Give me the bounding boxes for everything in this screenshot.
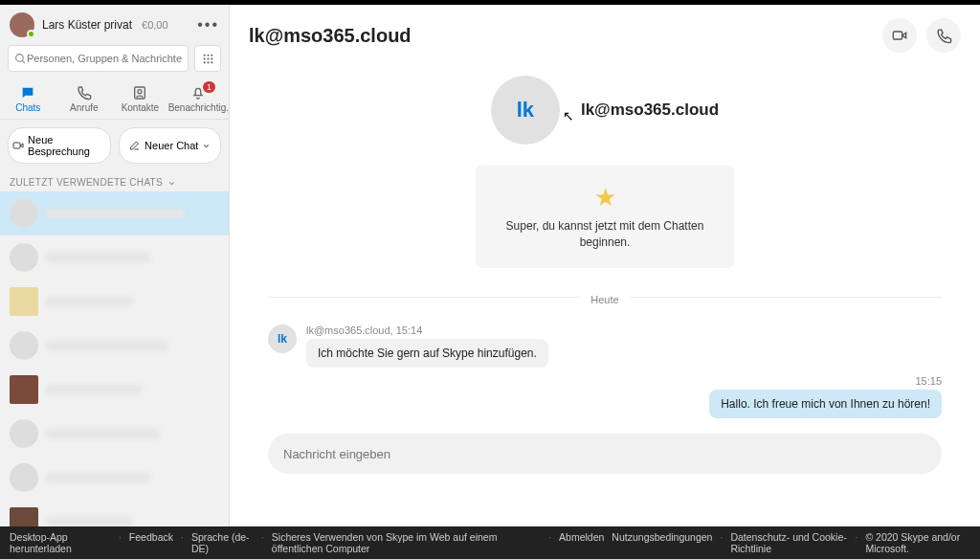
sidebar: Lars Küster privat €0,00 ••• Chats — [0, 5, 230, 526]
contacts-icon — [131, 85, 148, 101]
chevron-down-icon — [167, 179, 176, 188]
svg-point-4 — [211, 54, 212, 56]
tab-notifications[interactable]: 1 Benachrichtig. — [168, 81, 229, 119]
chat-pane: lk@mso365.cloud ↖ lk lk@mso365.cloud — [230, 5, 980, 526]
phone-icon — [76, 85, 93, 101]
video-icon — [12, 140, 24, 151]
search-input[interactable] — [27, 53, 182, 64]
chat-list-item[interactable] — [0, 324, 229, 368]
notification-badge: 1 — [203, 81, 215, 93]
svg-point-7 — [211, 57, 212, 59]
balance: €0,00 — [142, 19, 168, 31]
message-bubble[interactable]: Ich möchte Sie gern auf Skype hinzufügen… — [306, 339, 548, 368]
svg-point-5 — [203, 57, 205, 59]
chat-title: lk@mso365.cloud — [249, 25, 412, 47]
tab-calls[interactable]: Anrufe — [56, 81, 113, 119]
video-icon — [891, 28, 908, 43]
svg-point-3 — [207, 54, 209, 56]
incoming-message: lk lk@mso365.cloud, 15:14 Ich möchte Sie… — [268, 324, 942, 368]
chat-list: Gerd Kuster23.03.2018 — [0, 191, 229, 526]
message-input[interactable] — [283, 447, 926, 461]
svg-rect-14 — [893, 32, 902, 39]
svg-rect-13 — [13, 143, 20, 148]
footer-link[interactable]: Nutzungsbedingungen — [612, 531, 712, 554]
footer-link[interactable]: Sicheres Verwenden von Skype im Web auf … — [272, 531, 541, 554]
message-time: 15:15 — [268, 375, 942, 387]
section-header[interactable]: ZULETZT VERWENDETE CHATS — [0, 171, 229, 191]
phone-icon — [936, 28, 952, 44]
chat-list-item[interactable] — [0, 280, 229, 324]
message-avatar[interactable]: lk — [268, 324, 297, 353]
chat-list-item[interactable] — [0, 412, 229, 456]
day-divider: Heute — [579, 294, 630, 305]
svg-line-1 — [22, 60, 25, 63]
message-sender: lk@mso365.cloud, 15:14 — [306, 324, 548, 336]
chevron-down-icon — [202, 142, 211, 150]
footer: Desktop-App herunterladen· Feedback· Spr… — [0, 526, 980, 559]
star-icon: ★ — [489, 183, 721, 212]
svg-point-12 — [138, 90, 142, 94]
new-meeting-button[interactable]: Neue Besprechung — [8, 127, 111, 164]
message-composer[interactable] — [268, 434, 942, 474]
audio-call-button[interactable] — [926, 18, 961, 53]
footer-copyright: © 2020 Skype and/or Microsoft. — [865, 531, 970, 554]
chat-icon — [19, 85, 36, 101]
footer-link[interactable]: Feedback — [129, 531, 173, 554]
search-box[interactable] — [8, 45, 189, 72]
contact-name: lk@mso365.cloud — [581, 101, 719, 120]
message-bubble[interactable]: Hallo. Ich freue mich von Ihnen zu hören… — [709, 390, 942, 418]
dialpad-icon — [202, 53, 214, 65]
chat-list-item[interactable] — [0, 368, 229, 412]
tab-contacts[interactable]: Kontakte — [112, 81, 168, 119]
contact-avatar[interactable]: lk — [491, 76, 560, 145]
chat-list-item[interactable] — [0, 235, 229, 280]
svg-point-6 — [207, 57, 209, 59]
avatar[interactable] — [10, 12, 34, 37]
svg-point-2 — [203, 54, 205, 56]
start-card: ★ Super, du kannst jetzt mit dem Chatten… — [476, 166, 734, 268]
search-icon — [14, 53, 27, 65]
svg-point-8 — [203, 61, 205, 63]
dialpad-button[interactable] — [194, 45, 221, 72]
compose-icon — [128, 140, 141, 151]
user-name: Lars Küster privat — [42, 18, 132, 32]
chat-list-item[interactable] — [0, 191, 229, 235]
video-call-button[interactable] — [882, 18, 917, 53]
tab-chats[interactable]: Chats — [0, 81, 56, 119]
new-chat-button[interactable]: Neuer Chat — [119, 127, 222, 164]
more-icon[interactable]: ••• — [197, 16, 219, 34]
chat-list-item[interactable] — [0, 456, 229, 500]
footer-link[interactable]: Desktop-App herunterladen — [10, 531, 111, 554]
footer-link[interactable]: Abmelden — [559, 531, 604, 554]
svg-point-0 — [16, 54, 24, 61]
chat-list-item[interactable] — [0, 500, 229, 526]
outgoing-message: 15:15 Hallo. Ich freue mich von Ihnen zu… — [268, 375, 942, 418]
svg-point-10 — [211, 61, 212, 63]
footer-link[interactable]: Sprache (de-DE) — [191, 531, 254, 554]
footer-link[interactable]: Datenschutz- und Cookie-Richtlinie — [730, 531, 847, 554]
svg-point-9 — [207, 61, 209, 63]
presence-dot — [27, 30, 35, 38]
